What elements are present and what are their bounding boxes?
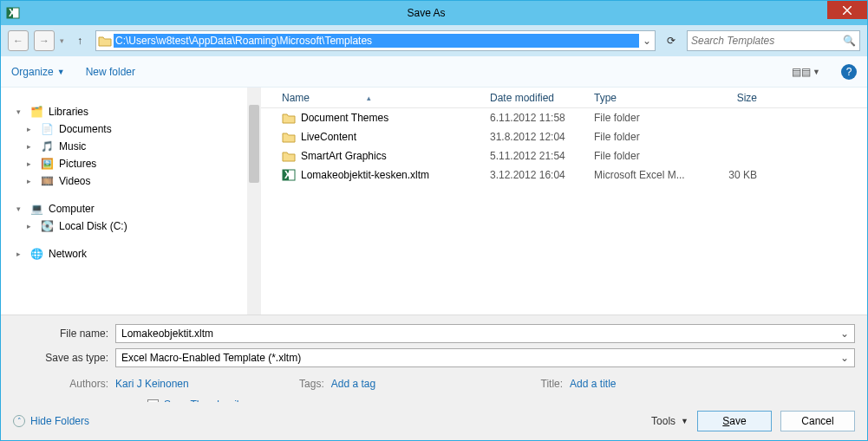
refresh-button[interactable]: ⟳: [661, 30, 682, 51]
filename-input[interactable]: [121, 328, 840, 340]
chevron-right-icon: ▸: [27, 142, 36, 151]
file-size: 30 KB: [693, 169, 762, 181]
search-icon: 🔍: [843, 35, 856, 47]
sidebar-item-computer[interactable]: ▾💻Computer: [1, 200, 261, 217]
sidebar-item-libraries[interactable]: ▾🗂️Libraries: [1, 103, 261, 120]
file-date: 31.8.2012 12:04: [485, 131, 589, 143]
file-name: SmartArt Graphics: [301, 150, 387, 162]
saveas-type-field[interactable]: Excel Macro-Enabled Template (*.xltm) ⌄: [115, 348, 855, 367]
view-options[interactable]: ▤▤ ▼: [792, 66, 820, 78]
cancel-button[interactable]: Cancel: [780, 411, 855, 431]
chevron-right-icon: ▸: [27, 177, 36, 185]
recent-dropdown-icon[interactable]: ▾: [60, 36, 64, 45]
column-name[interactable]: Name▴: [277, 92, 485, 104]
footer: ˄ Hide Folders Tools ▼ Save Cancel: [1, 402, 867, 440]
filename-label: File name:: [13, 328, 115, 340]
forward-button: →: [34, 30, 55, 51]
chevron-down-icon[interactable]: ⌄: [840, 352, 849, 364]
refresh-icon: ⟳: [667, 35, 675, 47]
chevron-down-icon[interactable]: ⌄: [840, 328, 849, 340]
file-row[interactable]: LiveContent31.8.2012 12:04File folder: [261, 127, 867, 146]
address-path[interactable]: C:\Users\w8test\AppData\Roaming\Microsof…: [114, 34, 639, 48]
address-dropdown-icon[interactable]: ⌄: [639, 35, 655, 47]
saveas-type-value: Excel Macro-Enabled Template (*.xltm): [121, 352, 840, 364]
arrow-up-icon: ↑: [77, 35, 82, 47]
help-icon: ?: [846, 66, 852, 78]
tools-menu[interactable]: Tools ▼: [651, 415, 689, 427]
sidebar-item-network[interactable]: ▸🌐Network: [1, 245, 261, 263]
toolbar: Organize ▼ New folder ▤▤ ▼ ?: [1, 56, 867, 88]
music-icon: 🎵: [41, 140, 54, 152]
folder-icon: [282, 112, 296, 124]
window-title: Save As: [25, 7, 827, 19]
network-icon: 🌐: [30, 248, 43, 260]
drive-icon: 💽: [41, 220, 54, 232]
hide-folders-button[interactable]: ˄ Hide Folders: [13, 415, 89, 427]
chevron-down-icon: ▼: [681, 417, 689, 425]
videos-icon: 🎞️: [41, 175, 54, 187]
file-list: Name▴ Date modified Type Size Document T…: [261, 88, 867, 315]
chevron-right-icon: ▸: [16, 250, 25, 258]
navigation-bar: ← → ▾ ↑ C:\Users\w8test\AppData\Roaming\…: [1, 25, 867, 56]
chevron-down-icon: ▼: [813, 68, 820, 76]
folder-icon: [282, 150, 296, 162]
chevron-right-icon: ▸: [27, 159, 36, 168]
sidebar-item-local-disk[interactable]: ▸💽Local Disk (C:): [1, 217, 261, 235]
file-date: 6.11.2012 11:58: [485, 112, 589, 124]
close-button[interactable]: [827, 1, 867, 19]
sidebar-item-music[interactable]: ▸🎵Music: [1, 138, 261, 155]
file-row[interactable]: XLomakeobjektit-kesken.xltm3.12.2012 16:…: [261, 165, 867, 185]
up-button[interactable]: ↑: [69, 30, 90, 51]
chevron-right-icon: ▸: [27, 125, 36, 133]
sidebar-item-pictures[interactable]: ▸🖼️Pictures: [1, 155, 261, 172]
search-input[interactable]: [691, 35, 843, 47]
file-type: File folder: [589, 112, 693, 124]
filename-field[interactable]: ⌄: [115, 324, 855, 343]
organize-menu[interactable]: Organize ▼: [11, 66, 65, 78]
new-folder-button[interactable]: New folder: [86, 66, 135, 78]
file-name: Document Themes: [301, 112, 388, 124]
sort-asc-icon: ▴: [367, 94, 371, 102]
back-button[interactable]: ←: [8, 30, 29, 51]
chevron-right-icon: ▸: [27, 222, 36, 230]
column-size[interactable]: Size: [693, 92, 762, 104]
chevron-down-icon: ▼: [57, 68, 65, 76]
tags-value[interactable]: Add a tag: [331, 378, 375, 390]
excel-app-icon: X: [1, 1, 25, 25]
authors-label: Authors:: [13, 378, 108, 390]
saveas-label: Save as type:: [13, 352, 115, 364]
main-area: ▾🗂️Libraries ▸📄Documents ▸🎵Music ▸🖼️Pict…: [1, 88, 867, 315]
title-value[interactable]: Add a title: [570, 378, 616, 390]
authors-value[interactable]: Kari J Keinonen: [115, 378, 189, 390]
sidebar-item-documents[interactable]: ▸📄Documents: [1, 120, 261, 138]
svg-text:X: X: [9, 7, 16, 19]
file-row[interactable]: SmartArt Graphics5.11.2012 21:54File fol…: [261, 146, 867, 165]
view-icon: ▤▤: [792, 66, 811, 78]
excel-file-icon: X: [282, 168, 296, 182]
file-type: File folder: [589, 150, 693, 162]
close-icon: [843, 6, 852, 15]
arrow-right-icon: →: [39, 35, 49, 47]
address-bar[interactable]: C:\Users\w8test\AppData\Roaming\Microsof…: [95, 30, 656, 51]
save-button[interactable]: Save: [697, 411, 772, 431]
file-type: Microsoft Excel M...: [589, 169, 693, 181]
computer-icon: 💻: [30, 203, 43, 215]
search-box[interactable]: 🔍: [687, 30, 860, 51]
arrow-left-icon: ←: [13, 35, 23, 47]
sidebar-item-videos[interactable]: ▸🎞️Videos: [1, 172, 261, 190]
file-row[interactable]: Document Themes6.11.2012 11:58File folde…: [261, 108, 867, 127]
column-type[interactable]: Type: [589, 92, 693, 104]
chevron-down-icon: ▾: [16, 107, 25, 116]
title-label: Title:: [528, 378, 563, 390]
chevron-down-icon: ▾: [16, 204, 25, 213]
libraries-icon: 🗂️: [30, 106, 43, 118]
file-type: File folder: [589, 131, 693, 143]
folder-icon: [96, 35, 114, 47]
file-name: Lomakeobjektit-kesken.xltm: [301, 169, 429, 181]
column-date[interactable]: Date modified: [485, 92, 589, 104]
help-button[interactable]: ?: [841, 64, 857, 80]
svg-text:X: X: [284, 169, 291, 181]
pictures-icon: 🖼️: [41, 158, 54, 170]
scrollbar-thumb[interactable]: [249, 105, 259, 183]
sidebar-scrollbar[interactable]: [247, 88, 261, 315]
